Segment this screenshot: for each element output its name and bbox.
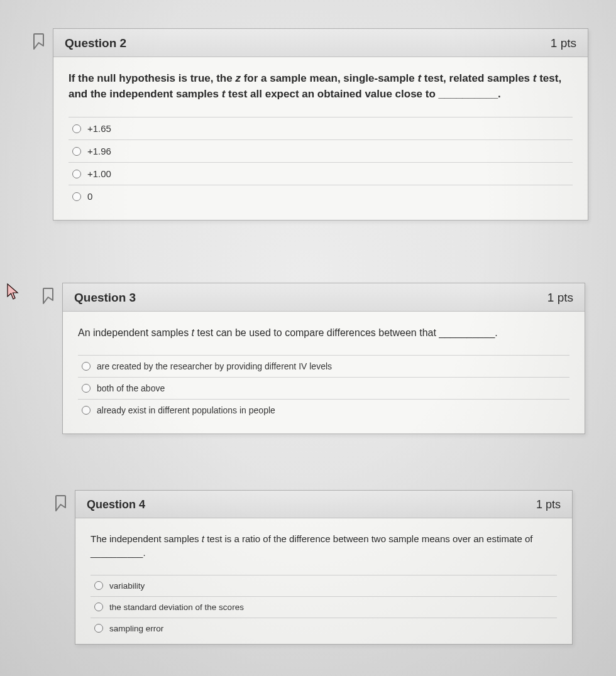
options-list: are created by the researcher by providi… [78, 355, 569, 421]
option-radio[interactable] [72, 192, 81, 201]
options-list: +1.65 +1.96 +1.00 0 [69, 117, 573, 207]
question-box: Question 3 1 pts An independent samples … [62, 283, 585, 434]
option-radio[interactable] [82, 406, 91, 415]
flag-icon[interactable] [41, 286, 56, 304]
mouse-cursor-icon [6, 283, 20, 300]
question-body: The independent samples t test is a rati… [75, 518, 572, 644]
option-radio[interactable] [72, 147, 81, 156]
option-row[interactable]: +1.65 [69, 117, 573, 139]
question-header: Question 2 1 pts [53, 29, 588, 57]
option-radio[interactable] [82, 384, 91, 393]
question-title: Question 2 [65, 36, 126, 50]
question-prompt: If the null hypothesis is true, the z fo… [69, 71, 573, 102]
svg-marker-1 [8, 284, 18, 299]
option-row[interactable]: sampling error [91, 618, 557, 639]
option-label: the standard deviation of the scores [109, 602, 244, 612]
option-row[interactable]: the standard deviation of the scores [91, 596, 557, 618]
option-radio[interactable] [72, 170, 81, 178]
options-list: variability the standard deviation of th… [91, 575, 557, 639]
question-body: An independent samples t test can be use… [63, 312, 585, 433]
question-points: 1 pts [536, 498, 561, 511]
question-points: 1 pts [551, 36, 576, 50]
option-label: +1.00 [87, 168, 111, 179]
question-title: Question 3 [74, 291, 136, 305]
option-label: 0 [87, 191, 92, 202]
option-label: both of the above [97, 383, 165, 393]
question-box: Question 4 1 pts The independent samples… [75, 490, 573, 645]
question-4-container: Question 4 1 pts The independent samples… [53, 490, 573, 645]
option-radio[interactable] [72, 124, 81, 133]
option-label: already exist in different populations i… [97, 405, 275, 415]
question-box: Question 2 1 pts If the null hypothesis … [53, 28, 588, 221]
option-row[interactable]: are created by the researcher by providi… [78, 355, 569, 377]
flag-icon[interactable] [31, 32, 47, 50]
option-label: are created by the researcher by providi… [97, 361, 332, 371]
option-label: +1.65 [87, 123, 111, 134]
question-prompt: The independent samples t test is a rati… [91, 532, 557, 560]
question-2-container: Question 2 1 pts If the null hypothesis … [31, 28, 588, 221]
question-prompt: An independent samples t test can be use… [78, 325, 569, 340]
question-header: Question 3 1 pts [63, 283, 585, 312]
option-radio[interactable] [94, 581, 103, 590]
option-row[interactable]: +1.96 [69, 139, 573, 162]
question-title: Question 4 [87, 498, 145, 511]
question-header: Question 4 1 pts [75, 491, 572, 518]
option-label: variability [109, 581, 145, 591]
flag-icon[interactable] [53, 494, 69, 511]
option-label: +1.96 [87, 146, 111, 156]
option-row[interactable]: variability [91, 575, 557, 596]
question-body: If the null hypothesis is true, the z fo… [53, 57, 588, 220]
option-row[interactable]: both of the above [78, 377, 569, 399]
option-radio[interactable] [94, 602, 103, 611]
question-points: 1 pts [547, 291, 573, 305]
quiz-page: Question 2 1 pts If the null hypothesis … [0, 0, 616, 676]
option-row[interactable]: +1.00 [69, 162, 573, 185]
option-label: sampling error [109, 624, 163, 633]
option-radio[interactable] [82, 362, 91, 371]
option-row[interactable]: 0 [69, 185, 573, 207]
option-radio[interactable] [94, 624, 103, 633]
question-3-container: Question 3 1 pts An independent samples … [41, 283, 585, 434]
option-row[interactable]: already exist in different populations i… [78, 399, 569, 421]
